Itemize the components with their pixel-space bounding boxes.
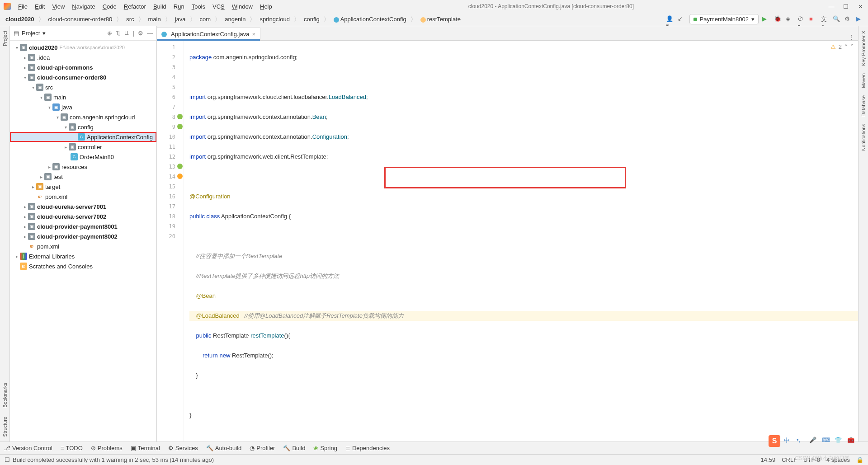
tree-payment1[interactable]: ▸▣cloud-provider-payment8001 bbox=[10, 221, 156, 231]
tree-extlib[interactable]: ▸|External Libraries bbox=[10, 251, 156, 261]
tree-eureka1[interactable]: ▸▣cloud-eureka-server7001 bbox=[10, 202, 156, 211]
tab-problems[interactable]: ⊘Problems bbox=[91, 445, 123, 451]
tree-payment2[interactable]: ▸▣cloud-provider-payment8002 bbox=[10, 231, 156, 241]
bulb-icon[interactable] bbox=[177, 174, 183, 179]
target-icon[interactable]: ⊕ bbox=[107, 30, 112, 37]
tree-main[interactable]: ▾▣main bbox=[10, 92, 156, 102]
tree-java[interactable]: ▾▣java bbox=[10, 102, 156, 112]
coverage-icon[interactable]: ◈ bbox=[786, 15, 794, 23]
bc-module[interactable]: cloud-consumer-order80 bbox=[47, 15, 114, 23]
bc-com[interactable]: com bbox=[198, 15, 213, 23]
search-icon[interactable]: 🔍 bbox=[833, 15, 841, 23]
menu-file[interactable]: File bbox=[15, 2, 30, 11]
ime-person-icon[interactable]: 👕 bbox=[835, 437, 844, 446]
close-button[interactable]: ✕ bbox=[856, 2, 864, 10]
tree-src[interactable]: ▾▣src bbox=[10, 82, 156, 92]
tree-root[interactable]: ▾▣cloud2020E:\idea-workspace\cloud2020 bbox=[10, 42, 156, 52]
tree-eureka2[interactable]: ▸▣cloud-eureka-server7002 bbox=[10, 211, 156, 221]
bc-config[interactable]: config bbox=[302, 15, 321, 23]
code-editor[interactable]: package com.angenin.springcloud.config; … bbox=[184, 41, 858, 442]
ime-lang-icon[interactable]: 中 bbox=[784, 437, 793, 446]
tree-test[interactable]: ▸▣test bbox=[10, 172, 156, 182]
tool-structure[interactable]: Structure bbox=[2, 417, 8, 437]
tab-terminal[interactable]: ▣Terminal bbox=[131, 445, 160, 451]
settings-icon[interactable]: ⚙ bbox=[844, 15, 853, 23]
menu-edit[interactable]: Edit bbox=[32, 2, 47, 11]
editor-tab[interactable]: ApplicationContextConfig.java × bbox=[157, 28, 260, 40]
tree-resources[interactable]: ▸▣resources bbox=[10, 162, 156, 172]
tool-keypromoter[interactable]: Key Promoter X bbox=[861, 31, 866, 66]
tree-pom1[interactable]: mpom.xml bbox=[10, 192, 156, 202]
tree-config[interactable]: ▾▣config bbox=[10, 122, 156, 132]
tab-profiler[interactable]: ◔Profiler bbox=[250, 445, 275, 451]
maximize-button[interactable]: ☐ bbox=[842, 2, 850, 10]
menu-refactor[interactable]: Refactor bbox=[121, 2, 149, 11]
tree-appcontext[interactable]: CApplicationContextConfig bbox=[10, 132, 156, 142]
more-icon[interactable]: ▶ bbox=[856, 15, 864, 23]
tree-consumer[interactable]: ▾▣cloud-consumer-order80 bbox=[10, 72, 156, 82]
minimize-button[interactable]: — bbox=[827, 2, 835, 10]
menu-view[interactable]: View bbox=[49, 2, 67, 11]
chevron-down-icon[interactable]: ▾ bbox=[42, 30, 46, 37]
editor-body[interactable]: ⚠ 2 ˄ ˅ 123 456 7 8 9 101112 13 14 15161… bbox=[157, 41, 858, 442]
tab-menu-icon[interactable]: ⋮ bbox=[845, 33, 858, 40]
close-icon[interactable]: × bbox=[252, 31, 255, 38]
tree-controller[interactable]: ▸▣controller bbox=[10, 142, 156, 152]
bc-method[interactable]: restTemplate bbox=[419, 15, 462, 23]
back-icon[interactable]: ↙ bbox=[678, 15, 686, 23]
collapse-icon[interactable]: ⇊ bbox=[124, 30, 129, 37]
ime-sogou-icon[interactable]: S bbox=[769, 435, 780, 447]
menu-code[interactable]: Code bbox=[100, 2, 119, 11]
menu-help[interactable]: Help bbox=[257, 2, 275, 11]
tab-build[interactable]: 🔨Build bbox=[283, 445, 305, 451]
tab-spring[interactable]: ❀Spring bbox=[313, 445, 337, 451]
project-tree[interactable]: ▾▣cloud2020E:\idea-workspace\cloud2020 ▸… bbox=[10, 41, 156, 442]
bc-angenin[interactable]: angenin bbox=[223, 15, 247, 23]
tool-notifications[interactable]: Notifications bbox=[861, 124, 866, 151]
translate-icon[interactable]: 文A bbox=[821, 15, 829, 23]
tool-maven[interactable]: Maven bbox=[861, 73, 866, 88]
bc-src[interactable]: src bbox=[124, 15, 136, 23]
debug-icon[interactable]: 🐞 bbox=[774, 15, 782, 23]
tab-services[interactable]: ⚙Services bbox=[168, 445, 198, 451]
tree-api-commons[interactable]: ▸▣cloud-api-commons bbox=[10, 62, 156, 72]
tree-package[interactable]: ▾▣com.angenin.springcloud bbox=[10, 112, 156, 122]
tree-target[interactable]: ▸▣target bbox=[10, 182, 156, 192]
tool-database[interactable]: Database bbox=[861, 95, 866, 117]
menu-run[interactable]: Run bbox=[171, 2, 187, 11]
menu-navigate[interactable]: Navigate bbox=[69, 2, 98, 11]
hide-icon[interactable]: — bbox=[147, 30, 153, 37]
tab-todo[interactable]: ≡TODO bbox=[61, 445, 83, 451]
run-gutter-icon[interactable] bbox=[177, 114, 183, 119]
profile-icon[interactable]: ⏱▾ bbox=[797, 15, 806, 23]
bc-java[interactable]: java bbox=[173, 15, 188, 23]
run-icon[interactable]: ▶ bbox=[762, 15, 770, 23]
ime-toolbox-icon[interactable]: 🧰 bbox=[847, 437, 856, 446]
stop-icon[interactable]: ■ bbox=[809, 15, 817, 23]
bc-main[interactable]: main bbox=[146, 15, 163, 23]
bean-gutter-icon[interactable] bbox=[177, 164, 183, 169]
menu-window[interactable]: Window bbox=[229, 2, 255, 11]
bc-root[interactable]: cloud2020 bbox=[4, 15, 36, 23]
menu-vcs[interactable]: VCS bbox=[210, 2, 227, 11]
run-gutter-icon[interactable] bbox=[177, 124, 183, 129]
user-icon[interactable]: 👤▾ bbox=[666, 15, 674, 23]
lock-icon[interactable]: 🔒 bbox=[856, 456, 863, 463]
tree-pom2[interactable]: mpom.xml bbox=[10, 241, 156, 251]
menu-build[interactable]: Build bbox=[151, 2, 169, 11]
tab-vcs[interactable]: ⎇Version Control bbox=[4, 445, 52, 451]
menu-tools[interactable]: Tools bbox=[189, 2, 208, 11]
ime-keyboard-icon[interactable]: ⌨ bbox=[822, 437, 831, 446]
ime-punct-icon[interactable]: •, bbox=[797, 437, 806, 446]
gear-icon[interactable]: ⚙ bbox=[138, 30, 143, 37]
ime-mic-icon[interactable]: 🎤 bbox=[809, 437, 818, 446]
tree-scratch[interactable]: ◐Scratches and Consoles bbox=[10, 261, 156, 271]
bc-springcloud[interactable]: springcloud bbox=[258, 15, 292, 23]
tool-project[interactable]: Project bbox=[2, 31, 8, 46]
bc-class[interactable]: ApplicationContextConfig bbox=[332, 15, 408, 23]
tab-autobuild[interactable]: 🔨Auto-build bbox=[206, 445, 242, 451]
tree-idea[interactable]: ▸▣.idea bbox=[10, 52, 156, 62]
tool-bookmarks[interactable]: Bookmarks bbox=[2, 383, 8, 408]
tree-ordermain[interactable]: COrderMain80 bbox=[10, 152, 156, 162]
run-config-selector[interactable]: PaymentMain8002 ▾ bbox=[689, 14, 759, 24]
